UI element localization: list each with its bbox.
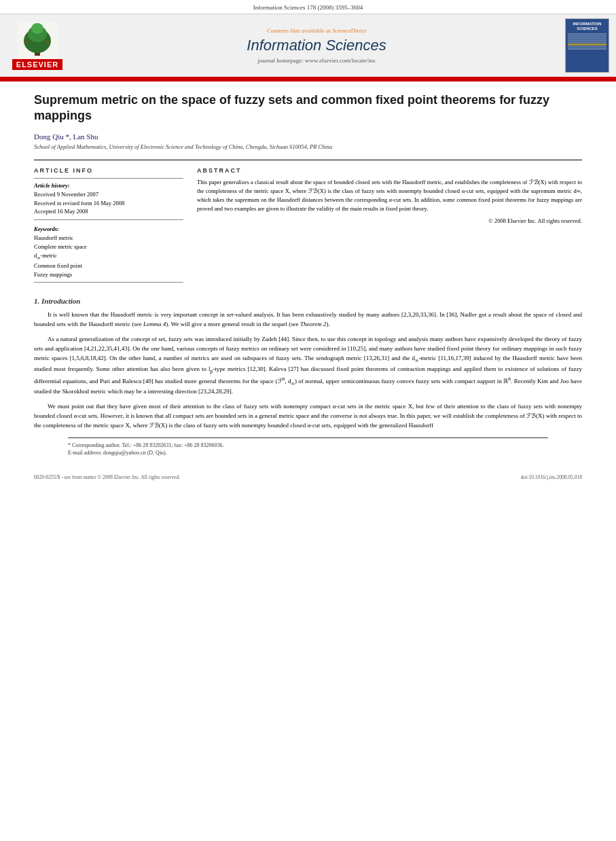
affiliation: School of Applied Mathematics, Universit… (34, 143, 582, 150)
footer-bottom: 0020-0255/$ - see front matter © 2008 El… (0, 474, 616, 480)
keyword-3: d∞-metric (34, 251, 183, 262)
page-container: Information Sciences 178 (2008) 3595–360… (0, 0, 616, 480)
header-band: ELSEVIER Contents lists available at Sci… (0, 14, 616, 79)
history-label: Article history: (34, 182, 183, 189)
cover-title-text: INFORMATIONSCIENCES (573, 22, 602, 31)
section-title: 1. Introduction (34, 297, 582, 305)
doi-text: doi:10.1016/j.ins.2008.05.018 (521, 474, 582, 480)
elsevier-text-label: ELSEVIER (12, 59, 62, 70)
divider-1 (34, 160, 582, 160)
sciencedirect-link-text[interactable]: ScienceDirect (332, 27, 366, 34)
article-title: Supremum metric on the space of fuzzy se… (34, 92, 582, 124)
svg-point-5 (26, 41, 29, 43)
elsevier-logo: ELSEVIER (7, 22, 68, 70)
authors: Dong Qiu *, Lan Shu (34, 132, 582, 141)
info-abstract-columns: ARTICLE INFO Article history: Received 9… (34, 167, 582, 287)
keyword-4: Common fixed point (34, 262, 183, 270)
abstract-text: This paper generalizes a classical resul… (197, 178, 582, 214)
journal-meta: Information Sciences 178 (2008) 3595–360… (0, 0, 616, 14)
keywords-section: Keywords: Hausdorff metric Complete metr… (34, 226, 183, 279)
author-names: Dong Qiu *, Lan Shu (34, 132, 98, 141)
intro-paragraph-3: We must point out that they have given m… (34, 402, 582, 431)
journal-title: Information Sciences (75, 37, 558, 54)
abstract-column: ABSTRACT This paper generalizes a classi… (197, 167, 582, 287)
accepted-date: Accepted 16 May 2008 (34, 207, 183, 216)
svg-point-6 (46, 41, 49, 43)
article-info-label: ARTICLE INFO (34, 167, 183, 174)
elsevier-tree-icon (17, 22, 58, 59)
intro-paragraph-2: As a natural generalization of the conce… (34, 335, 582, 397)
article-body: Supremum metric on the space of fuzzy se… (0, 82, 616, 470)
cover-decoration (568, 33, 606, 50)
info-divider-2 (34, 219, 183, 220)
revised-date: Received in revised form 16 May 2008 (34, 199, 183, 208)
intro-paragraph-1: It is well known that the Hausdorff metr… (34, 310, 582, 329)
info-divider-3 (34, 282, 183, 283)
keyword-1: Hausdorff metric (34, 234, 183, 243)
svg-point-4 (31, 23, 43, 34)
introduction-section: 1. Introduction It is well known that th… (34, 297, 582, 431)
journal-cover-image: INFORMATIONSCIENCES (565, 18, 609, 73)
page-footer: * Corresponding author. Tel.: +86 28 832… (68, 437, 548, 457)
keywords-label: Keywords: (34, 226, 183, 232)
keyword-5: Fuzzy mappings (34, 270, 183, 279)
corresponding-author-note: * Corresponding author. Tel.: +86 28 832… (68, 442, 548, 449)
contents-available: Contents lists available at ScienceDirec… (75, 27, 558, 34)
journal-homepage: journal homepage: www.elsevier.com/locat… (75, 57, 558, 64)
abstract-label: ABSTRACT (197, 167, 582, 174)
abstract-copyright: © 2008 Elsevier Inc. All rights reserved… (197, 217, 582, 224)
journal-center: Contents lists available at ScienceDirec… (75, 27, 558, 64)
keyword-2: Complete metric space (34, 243, 183, 251)
journal-reference: Information Sciences 178 (2008) 3595–360… (253, 4, 363, 11)
info-divider-1 (34, 178, 183, 179)
license-text: 0020-0255/$ - see front matter © 2008 El… (34, 474, 180, 480)
received-date: Received 9 November 2007 (34, 190, 183, 199)
email-note: E-mail address: dongqiu@yahoo.cn (D. Qiu… (68, 449, 548, 457)
article-info-column: ARTICLE INFO Article history: Received 9… (34, 167, 183, 287)
